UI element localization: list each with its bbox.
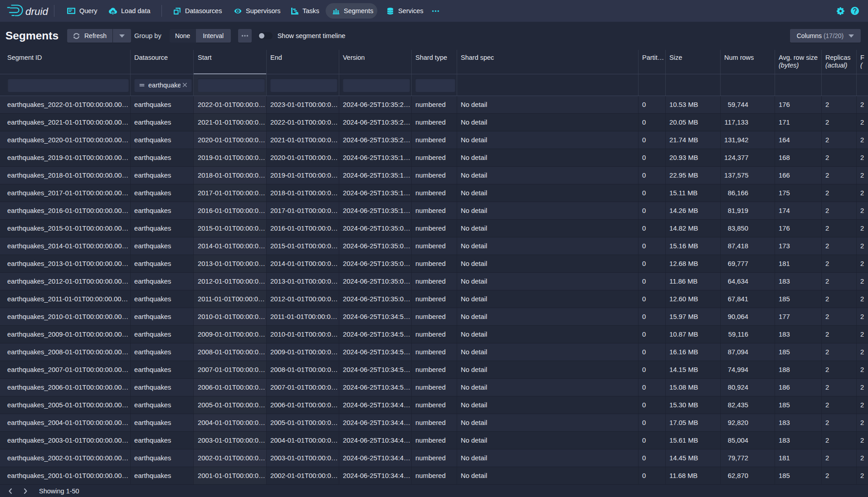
- svg-text:druid: druid: [25, 6, 49, 17]
